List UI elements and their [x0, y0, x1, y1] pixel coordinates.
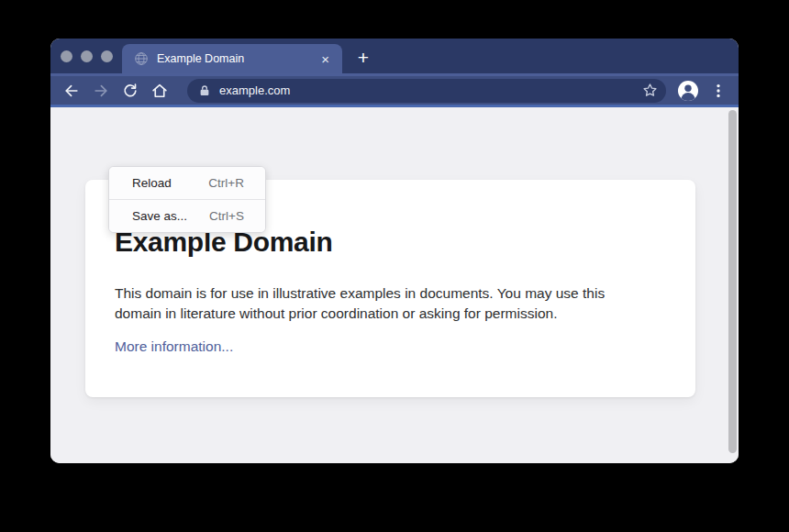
more-information-link[interactable]: More information...: [115, 337, 233, 357]
window-close-button[interactable]: [61, 50, 72, 62]
menu-kebab-icon[interactable]: [707, 80, 729, 102]
browser-window: Example Domain × + example.com: [50, 39, 739, 463]
home-button[interactable]: [149, 80, 171, 102]
context-menu-item-save-as[interactable]: Save as... Ctrl+S: [109, 199, 265, 232]
context-menu-item-reload[interactable]: Reload Ctrl+R: [109, 167, 265, 199]
paragraph-line: domain in literature without prior coord…: [115, 304, 666, 324]
menu-item-shortcut: Ctrl+S: [209, 209, 244, 223]
context-menu: Reload Ctrl+R Save as... Ctrl+S: [108, 166, 266, 233]
page-paragraph: This domain is for use in illustrative e…: [115, 283, 666, 324]
menu-item-label: Save as...: [132, 209, 187, 223]
lock-icon[interactable]: [198, 84, 211, 97]
globe-favicon-icon: [134, 51, 149, 66]
reload-button[interactable]: [119, 80, 141, 102]
paragraph-line: This domain is for use in illustrative e…: [115, 283, 666, 304]
window-zoom-button[interactable]: [101, 50, 113, 62]
page-viewport: Example Domain This domain is for use in…: [50, 107, 739, 463]
window-minimize-button[interactable]: [81, 50, 93, 62]
address-bar[interactable]: example.com: [187, 79, 666, 103]
tab-example-domain[interactable]: Example Domain ×: [122, 44, 342, 73]
profile-avatar-icon[interactable]: [677, 80, 699, 102]
menu-item-shortcut: Ctrl+R: [208, 176, 244, 190]
url-text: example.com: [219, 83, 641, 97]
vertical-scrollbar[interactable]: [728, 110, 737, 453]
forward-button[interactable]: [90, 80, 112, 102]
tab-title: Example Domain: [157, 52, 317, 65]
back-button[interactable]: [61, 80, 83, 102]
bookmark-star-icon[interactable]: [641, 82, 659, 99]
window-controls: [61, 50, 113, 62]
menu-item-label: Reload: [132, 176, 172, 190]
new-tab-button[interactable]: +: [350, 46, 376, 68]
browser-toolbar: example.com: [50, 73, 739, 107]
tab-strip: Example Domain × +: [50, 39, 739, 73]
tab-close-icon[interactable]: ×: [317, 50, 333, 68]
